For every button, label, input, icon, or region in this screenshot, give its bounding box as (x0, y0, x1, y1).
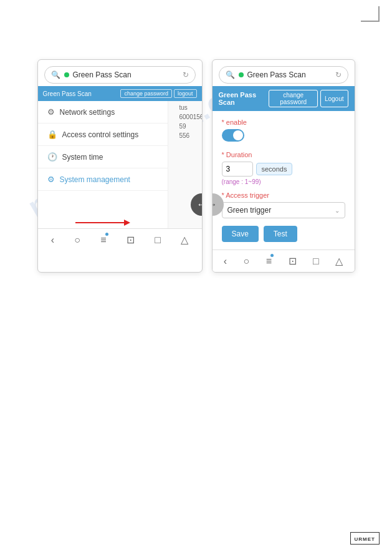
form-button-row: Save Test (222, 226, 345, 242)
menu-item-access[interactable]: 🔒 Access control settings (38, 124, 168, 146)
refresh-icon[interactable]: ↻ (183, 70, 189, 79)
trigger-value: Green trigger (227, 206, 272, 215)
status-dot (64, 72, 69, 77)
left-app-header: Green Pass Scan change password logout (38, 86, 202, 101)
range-hint: (range : 1~99) (222, 178, 345, 185)
left-search-bar[interactable]: 🔍 Green Pass Scan ↻ (44, 66, 196, 84)
left-logout-button[interactable]: logout (174, 89, 197, 98)
enable-label: enable (222, 119, 345, 126)
right-device: 🔍 Green Pass Scan ↻ Green Pass Scan chan… (212, 59, 355, 273)
test-button[interactable]: Test (264, 226, 297, 242)
menu-item-network[interactable]: ⚙ Network settings (38, 101, 168, 124)
clock-icon: 🕐 (47, 152, 57, 162)
right-menu-icon-nav[interactable]: ≡ (266, 256, 272, 267)
right-search-bar[interactable]: 🔍 Green Pass Scan ↻ (219, 66, 348, 84)
left-device: 🔍 Green Pass Scan ↻ Green Pass Scan chan… (37, 59, 203, 273)
enable-toggle[interactable] (222, 129, 244, 142)
access-trigger-label: Access trigger (222, 191, 345, 199)
duration-row: seconds (222, 162, 345, 177)
menu-icon-nav[interactable]: ≡ (100, 235, 106, 246)
status-text-1: tus (170, 103, 200, 112)
left-app-title: Green Pass Scan (43, 90, 92, 97)
left-change-password-button[interactable]: change password (120, 89, 172, 98)
home-icon[interactable]: △ (181, 234, 188, 246)
duration-input[interactable] (222, 162, 253, 177)
circle-icon[interactable]: ○ (74, 235, 80, 246)
save-button[interactable]: Save (222, 226, 259, 242)
right-screen-icon[interactable]: □ (313, 256, 319, 267)
status-text-2: 60001565 (170, 112, 200, 122)
search-icon: 🔍 (51, 70, 60, 79)
enable-toggle-wrapper[interactable] (222, 129, 345, 143)
duration-label: Duration (222, 151, 345, 158)
right-status-dot (239, 72, 244, 77)
right-circle-icon[interactable]: ○ (244, 256, 250, 267)
back-icon[interactable]: ‹ (51, 235, 54, 246)
toggle-knob (233, 130, 243, 140)
right-search-icon: 🔍 (226, 70, 235, 79)
seconds-badge: seconds (256, 163, 293, 175)
screen-icon[interactable]: □ (155, 235, 161, 246)
corner-decoration (361, 6, 380, 22)
right-back-icon[interactable]: ‹ (224, 256, 227, 267)
right-app-header: Green Pass Scan change password Logout (213, 86, 355, 111)
menu-label-system-time: System time (62, 153, 103, 162)
right-window-icon[interactable]: ⊡ (289, 255, 297, 267)
right-app-title: Green Pass Scan (219, 91, 269, 106)
right-search-text: Green Pass Scan (247, 70, 332, 79)
lock-icon: 🔒 (47, 130, 57, 139)
right-refresh-icon[interactable]: ↻ (335, 70, 342, 79)
window-icon[interactable]: ⊡ (127, 234, 135, 246)
right-bottom-nav: ‹ ○ ≡ ⊡ □ △ (213, 249, 355, 272)
red-arrow (75, 222, 125, 223)
right-form: enable Duration seconds (range : 1~99) A… (213, 111, 355, 249)
status-text-4: 556 (170, 131, 200, 140)
status-text-3: 59 (170, 122, 200, 131)
menu-item-system-time[interactable]: 🕐 System time (38, 146, 168, 168)
gear-icon: ⚙ (47, 175, 55, 184)
network-icon: ⚙ (47, 107, 55, 117)
menu-label-system-mgmt: System management (60, 175, 130, 184)
chevron-down-icon: ⌄ (335, 207, 340, 214)
trigger-select[interactable]: Green trigger ⌄ (222, 202, 345, 218)
menu-item-system-mgmt[interactable]: ⚙ System management (38, 168, 168, 191)
menu-label-access: Access control settings (62, 130, 139, 139)
left-bottom-nav: ‹ ○ ≡ ⊡ □ △ (38, 228, 202, 251)
right-home-icon[interactable]: △ (335, 255, 343, 267)
menu-label-network: Network settings (60, 108, 115, 117)
right-logout-button[interactable]: Logout (320, 90, 348, 107)
right-change-password-button[interactable]: change password (269, 90, 317, 107)
brand-mark: urmet (350, 532, 380, 545)
search-text: Green Pass Scan (73, 70, 179, 79)
